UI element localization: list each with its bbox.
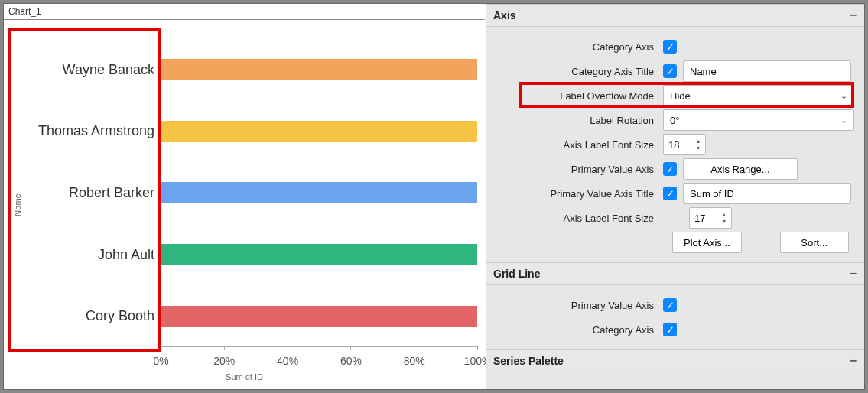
section-body-axis: Category Axis ✓ Category Axis Title ✓ La… xyxy=(486,27,864,262)
checkbox-category-axis-title[interactable]: ✓ xyxy=(663,64,677,78)
checkbox-grid-category[interactable]: ✓ xyxy=(663,323,677,336)
section-title-axis: Axis xyxy=(493,9,516,21)
row-primary-value-axis: Primary Value Axis ✓ Axis Range... xyxy=(495,158,855,180)
spinner-input-2[interactable] xyxy=(694,213,716,224)
properties-pane: Axis − Category Axis ✓ Category Axis Tit… xyxy=(486,4,864,389)
chart-body: Name Wayne BanackThomas ArmstrongRobert … xyxy=(4,20,485,389)
select-label-rotation[interactable]: 0° ⌄ xyxy=(663,109,854,131)
label-axis-font-size-2: Axis Label Font Size xyxy=(495,213,663,224)
row-label-overflow: Label Overflow Mode Hide ⌄ xyxy=(495,85,855,106)
collapse-icon: − xyxy=(850,11,857,19)
label-axis-font-size-1: Axis Label Font Size xyxy=(495,139,663,151)
row-grid-category: Category Axis ✓ xyxy=(495,319,855,340)
label-grid-primary: Primary Value Axis xyxy=(495,300,663,311)
spinner-up-icon[interactable]: ▲ xyxy=(719,211,730,218)
row-plot-sort: Plot Axis... Sort... xyxy=(495,232,855,253)
section-header-axis[interactable]: Axis − xyxy=(486,4,864,27)
checkbox-grid-primary[interactable]: ✓ xyxy=(663,298,677,312)
x-tick: 60% xyxy=(350,39,351,350)
spinner-input-1[interactable] xyxy=(668,139,690,151)
bar-label: Wayne Banack xyxy=(34,62,161,78)
checkbox-category-axis[interactable]: ✓ xyxy=(663,40,677,54)
section-title-gridline: Grid Line xyxy=(493,268,540,280)
label-category-axis-title: Category Axis Title xyxy=(495,66,663,77)
chart-tab[interactable]: Chart_1 xyxy=(4,4,485,20)
x-tick: 20% xyxy=(224,39,225,350)
row-axis-label-font-size-2: Axis Label Font Size ▲▼ xyxy=(495,207,855,229)
label-primary-value-axis-title: Primary Value Axis Title xyxy=(495,188,663,200)
input-category-axis-title[interactable] xyxy=(683,60,851,82)
select-label-overflow-value: Hide xyxy=(670,90,691,102)
section-header-gridline[interactable]: Grid Line − xyxy=(486,262,864,285)
label-primary-value-axis: Primary Value Axis xyxy=(495,164,663,175)
app-window: Chart_1 Name Wayne BanackThomas Armstron… xyxy=(3,3,865,390)
x-tick: 0% xyxy=(161,39,161,350)
x-tick-label: 0% xyxy=(153,355,168,367)
section-title-series-palette: Series Palette xyxy=(493,355,564,367)
bar-label: Robert Barker xyxy=(34,185,161,201)
bar-label: John Ault xyxy=(34,247,161,263)
row-category-axis-title: Category Axis Title ✓ xyxy=(495,60,855,82)
x-axis-title: Sum of ID xyxy=(226,372,263,382)
x-tick: 40% xyxy=(288,39,288,350)
spinner-down-icon[interactable]: ▼ xyxy=(719,218,730,225)
section-header-series-palette[interactable]: Series Palette − xyxy=(486,349,864,372)
checkbox-primary-value-axis[interactable]: ✓ xyxy=(663,162,677,176)
row-category-axis: Category Axis ✓ xyxy=(495,36,855,57)
x-tick-label: 60% xyxy=(340,355,362,367)
label-grid-category: Category Axis xyxy=(495,324,663,336)
label-rotation: Label Rotation xyxy=(495,115,663,126)
y-axis-title: Name xyxy=(13,193,22,216)
x-tick-label: 20% xyxy=(213,355,235,367)
x-tick-label: 40% xyxy=(277,355,298,367)
x-tick-label: 80% xyxy=(404,355,425,367)
chevron-down-icon: ⌄ xyxy=(840,115,847,125)
row-primary-value-axis-title: Primary Value Axis Title ✓ xyxy=(495,183,855,204)
chart-pane: Chart_1 Name Wayne BanackThomas Armstron… xyxy=(4,4,486,389)
input-primary-value-axis-title[interactable] xyxy=(683,183,851,204)
section-body-gridline: Primary Value Axis ✓ Category Axis ✓ xyxy=(486,285,864,349)
plot-axis-button[interactable]: Plot Axis... xyxy=(672,232,742,253)
row-axis-label-font-size: Axis Label Font Size ▲▼ xyxy=(495,134,855,155)
spinner-down-icon[interactable]: ▼ xyxy=(693,145,704,151)
x-axis-line: 0%20%40%60%80%100% xyxy=(161,39,477,347)
spinner-axis-font-size-2[interactable]: ▲▼ xyxy=(689,207,732,229)
bar-label: Cory Booth xyxy=(34,308,161,324)
chevron-down-icon: ⌄ xyxy=(840,91,847,101)
label-overflow-mode: Label Overflow Mode xyxy=(495,90,663,102)
checkbox-primary-value-axis-title[interactable]: ✓ xyxy=(663,187,677,200)
select-rotation-value: 0° xyxy=(670,115,679,126)
x-tick: 100% xyxy=(477,39,478,350)
spinner-axis-font-size-1[interactable]: ▲▼ xyxy=(663,134,706,155)
plot-area: Wayne BanackThomas ArmstrongRobert Barke… xyxy=(34,39,477,347)
x-tick: 80% xyxy=(414,39,414,350)
collapse-icon: − xyxy=(850,357,857,365)
bar-label: Thomas Armstrong xyxy=(34,123,161,139)
select-label-overflow[interactable]: Hide ⌄ xyxy=(663,85,854,106)
spinner-up-icon[interactable]: ▲ xyxy=(693,138,704,145)
label-category-axis: Category Axis xyxy=(495,41,663,53)
row-label-rotation: Label Rotation 0° ⌄ xyxy=(495,109,855,131)
collapse-icon: − xyxy=(850,270,857,278)
axis-range-button[interactable]: Axis Range... xyxy=(683,158,798,180)
sort-button[interactable]: Sort... xyxy=(780,232,849,253)
row-grid-primary: Primary Value Axis ✓ xyxy=(495,294,855,316)
